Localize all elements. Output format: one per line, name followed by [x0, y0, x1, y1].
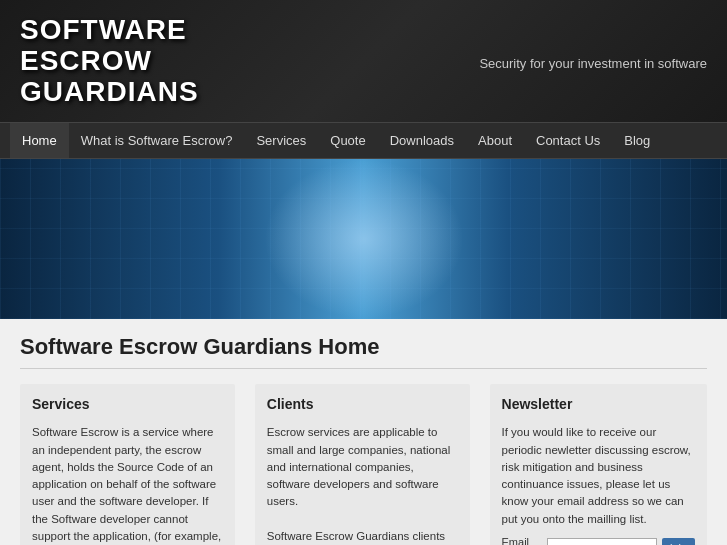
header-right: Security for your investment in software: [449, 51, 707, 71]
tagline: Security for your investment in software: [479, 56, 707, 71]
nav-link-services[interactable]: Services: [244, 123, 318, 158]
newsletter-form: EmailAddress join: [502, 536, 695, 545]
nav-link-blog[interactable]: Blog: [612, 123, 662, 158]
services-column: Services Software Escrow is a service wh…: [20, 384, 235, 545]
email-form-row: EmailAddress join: [502, 536, 695, 545]
nav-item-what[interactable]: What is Software Escrow?: [69, 123, 245, 158]
services-text: Software Escrow is a service where an in…: [32, 424, 223, 545]
newsletter-column: Newsletter If you would like to receive …: [490, 384, 707, 545]
logo: SOFTWARE ESCROW GUARDIANS: [20, 15, 199, 107]
logo-line2: ESCROW: [20, 46, 199, 77]
email-label: EmailAddress: [502, 536, 542, 545]
logo-line1: SOFTWARE: [20, 15, 199, 46]
hero-banner: [0, 159, 727, 319]
site-header: SOFTWARE ESCROW GUARDIANS Security for y…: [0, 0, 727, 122]
logo-line3: GUARDIANS: [20, 77, 199, 108]
logo-text: SOFTWARE ESCROW GUARDIANS: [20, 15, 199, 107]
clients-list-header: Software Escrow Guardians clients includ…: [267, 530, 445, 545]
nav-link-downloads[interactable]: Downloads: [378, 123, 466, 158]
nav-link-about[interactable]: About: [466, 123, 524, 158]
nav-item-services[interactable]: Services: [244, 123, 318, 158]
main-content: Software Escrow Guardians Home Services …: [0, 319, 727, 545]
nav-item-home[interactable]: Home: [10, 123, 69, 158]
email-input[interactable]: [547, 538, 657, 545]
clients-intro: Escrow services are applicable to small …: [267, 426, 450, 507]
page-title: Software Escrow Guardians Home: [20, 334, 707, 369]
nav-item-downloads[interactable]: Downloads: [378, 123, 466, 158]
clients-text: Escrow services are applicable to small …: [267, 424, 458, 545]
nav-link-contact[interactable]: Contact Us: [524, 123, 612, 158]
clients-title: Clients: [267, 396, 458, 416]
content-columns: Services Software Escrow is a service wh…: [20, 384, 707, 545]
nav-item-contact[interactable]: Contact Us: [524, 123, 612, 158]
nav-item-about[interactable]: About: [466, 123, 524, 158]
join-button[interactable]: join: [662, 538, 695, 545]
nav-item-blog[interactable]: Blog: [612, 123, 662, 158]
clients-column: Clients Escrow services are applicable t…: [255, 384, 470, 545]
nav-link-quote[interactable]: Quote: [318, 123, 377, 158]
newsletter-title: Newsletter: [502, 396, 695, 416]
main-nav: Home What is Software Escrow? Services Q…: [0, 122, 727, 159]
nav-link-home[interactable]: Home: [10, 123, 69, 158]
services-title: Services: [32, 396, 223, 416]
nav-item-quote[interactable]: Quote: [318, 123, 377, 158]
nav-link-what[interactable]: What is Software Escrow?: [69, 123, 245, 158]
newsletter-text: If you would like to receive our periodi…: [502, 424, 695, 528]
